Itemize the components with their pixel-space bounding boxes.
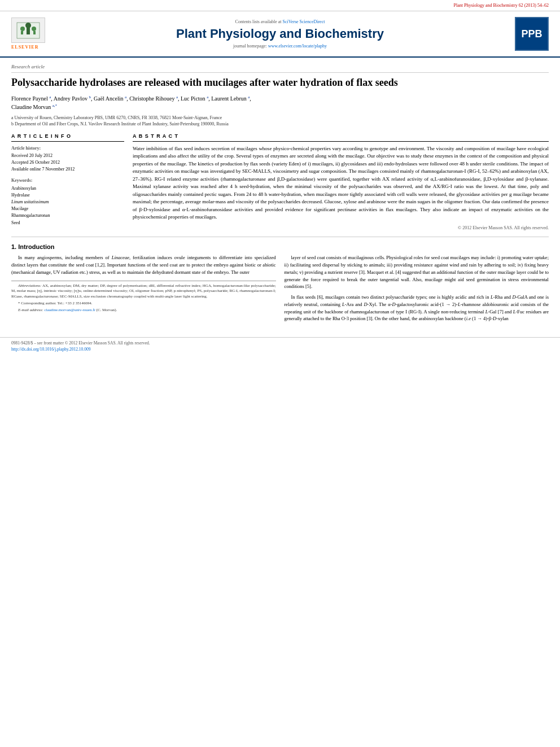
keyword-3: Linum usitatissimum [11, 199, 124, 205]
doi-line: http://dx.doi.org/10.1016/j.plaphy.2012.… [11, 347, 549, 353]
accepted-date: Accepted 26 October 2012 [11, 159, 124, 165]
doi-link[interactable]: http://dx.doi.org/10.1016/j.plaphy.2012.… [11, 347, 90, 352]
elsevier-logo-area: ELSEVIER [11, 18, 56, 50]
authors-line: Florence Paynel a, Andrey Pavlov b, Gaël… [11, 94, 549, 111]
journal-title-area: Contents lists available at SciVerse Sci… [56, 19, 504, 50]
abstract-text: Water imbibition of flax seed induces se… [133, 145, 549, 221]
journal-reference: Plant Physiology and Biochemistry 62 (20… [454, 3, 549, 8]
footnotes: Abbreviations: AX, arabinoxylan; DM, dry… [11, 281, 276, 313]
journal-homepage: journal homepage: www.elsevier.com/locat… [62, 43, 498, 49]
abbreviations-note: Abbreviations: AX, arabinoxylan; DM, dry… [11, 283, 276, 300]
email-link[interactable]: claudine.morvan@univ-rouen.fr [44, 308, 95, 312]
journal-homepage-link[interactable]: www.elsevier.com/locate/plaphy [268, 43, 327, 49]
page: Plant Physiology and Biochemistry 62 (20… [0, 0, 560, 747]
sciverse-link[interactable]: SciVerse ScienceDirect [283, 19, 325, 24]
elsevier-brand-text: ELSEVIER [11, 44, 38, 50]
article-type: Research article [11, 63, 549, 73]
journal-reference-bar: Plant Physiology and Biochemistry 62 (20… [0, 0, 560, 11]
svg-rect-6 [33, 31, 36, 34]
abstract-col: A B S T R A C T Water imbibition of flax… [133, 133, 549, 231]
received-date: Received 20 July 2012 [11, 152, 124, 159]
available-date: Available online 7 November 2012 [11, 166, 124, 172]
ppb-logo-area: PPB [504, 17, 549, 51]
email-note: E-mail address: claudine.morvan@univ-rou… [11, 308, 276, 313]
keyword-4: Mucilage [11, 206, 124, 212]
journal-title: Plant Physiology and Biochemistry [62, 27, 498, 41]
affiliations: a University of Rouen, Chemistry Laborat… [11, 115, 549, 127]
svg-point-1 [25, 23, 31, 28]
history-label: Article history: [11, 145, 124, 151]
intro-section-title: 1. Introduction [11, 243, 549, 251]
keyword-1: Arabinoxylan [11, 185, 124, 191]
intro-p3: In flax seeds [6], mucilages contain two… [285, 294, 549, 322]
keywords-label: Keywords: [11, 177, 124, 184]
svg-point-4 [32, 27, 36, 31]
keyword-5: Rhamnogalacturonan [11, 212, 124, 219]
affiliation-b: b Department of Oil and Fiber Crops, N.I… [11, 121, 549, 127]
section-divider [11, 237, 549, 237]
intro-body: In many angiosperms, including members o… [11, 254, 549, 326]
elsevier-logo: ELSEVIER [11, 18, 56, 50]
author-morvan: Claudine Morvan a,* [11, 104, 57, 110]
svg-point-3 [20, 27, 25, 31]
article-info-col: A R T I C L E I N F O Article history: R… [11, 133, 124, 231]
corresponding-note: * Corresponding author. Tel.: +33 2 3514… [11, 301, 276, 307]
keyword-6: Seed [11, 220, 124, 226]
copyright-notice: © 2012 Elsevier Masson SAS. All rights r… [133, 225, 549, 231]
article-title: Polysaccharide hydrolases are released w… [11, 76, 549, 89]
elsevier-logo-image [11, 18, 45, 43]
abstract-header: A B S T R A C T [133, 133, 549, 142]
intro-p1: In many angiosperms, including members o… [11, 254, 276, 276]
issn-line: 0981-9428/$ – see front matter © 2012 El… [11, 340, 549, 347]
svg-rect-5 [21, 31, 23, 34]
main-content: Research article Polysaccharide hydrolas… [0, 58, 560, 331]
affiliation-a: a University of Rouen, Chemistry Laborat… [11, 115, 549, 121]
intro-col-right: layer of seed coat consists of mucilagin… [285, 254, 549, 326]
author-names: Florence Paynel a, Andrey Pavlov b, Gaël… [11, 95, 251, 102]
intro-p2: layer of seed coat consists of mucilagin… [285, 254, 549, 290]
ppb-logo: PPB [515, 17, 549, 51]
footer: 0981-9428/$ – see front matter © 2012 El… [0, 337, 560, 355]
keyword-2: Hydrolase [11, 192, 124, 198]
intro-col-left: In many angiosperms, including members o… [11, 254, 276, 326]
journal-header: ELSEVIER Contents lists available at Sci… [0, 11, 560, 58]
info-abstract-section: A R T I C L E I N F O Article history: R… [11, 133, 549, 231]
abstract-paragraph: Water imbibition of flax seed induces se… [133, 145, 549, 221]
elsevier-tree-icon [14, 20, 42, 41]
svg-rect-2 [27, 28, 30, 34]
sciverse-notice: Contents lists available at SciVerse Sci… [62, 19, 498, 25]
article-info-header: A R T I C L E I N F O [11, 133, 124, 142]
